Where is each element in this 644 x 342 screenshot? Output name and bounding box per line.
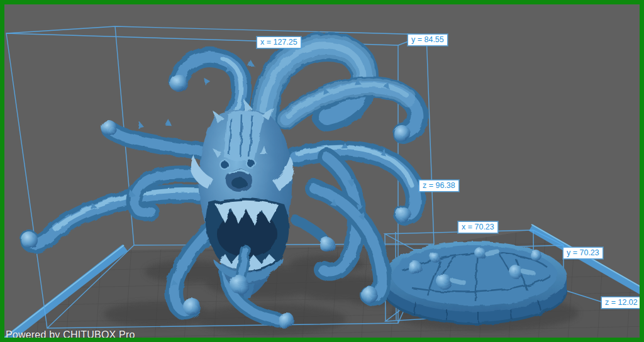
dimension-label-main-y: y = 84.55 (408, 34, 448, 46)
dimension-label-main-z: z = 96.38 (419, 180, 459, 192)
dimension-label-base-z: z = 12.02 (601, 297, 641, 309)
viewport-frame: x = 127.25 y = 84.55 z = 96.38 x = 70.23… (0, 0, 644, 342)
model-round-base[interactable] (383, 241, 567, 324)
dimension-label-base-x: x = 70.23 (458, 221, 498, 233)
dimension-label-base-y: y = 70.23 (563, 247, 603, 259)
watermark-text: Powered by CHITUBOX Pro (6, 329, 135, 341)
dimension-label-main-x: x = 127.25 (257, 36, 301, 48)
viewport-3d-scene[interactable] (4, 4, 640, 338)
